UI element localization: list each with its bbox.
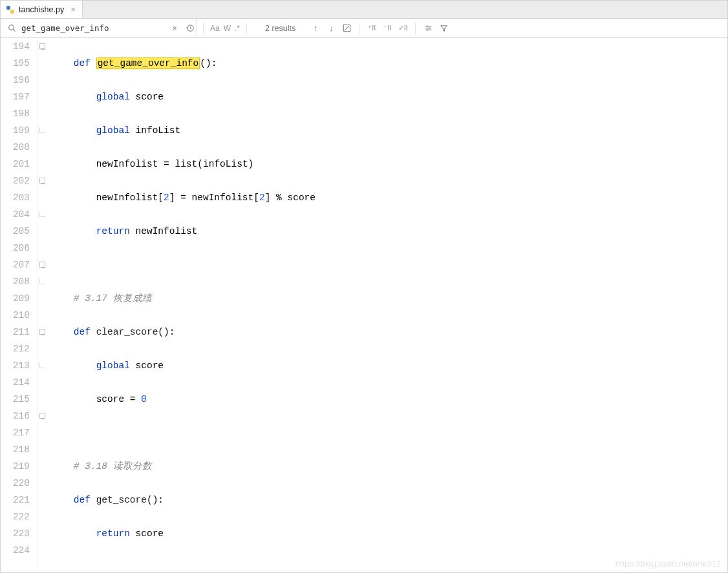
regex-toggle[interactable]: .* xyxy=(235,24,240,33)
select-all-matches-icon[interactable] xyxy=(341,23,352,34)
fold-column xyxy=(38,38,50,572)
search-highlight: get_game_over_info xyxy=(96,57,200,69)
fold-toggle[interactable] xyxy=(39,43,45,49)
fold-toggle[interactable] xyxy=(39,127,45,133)
select-all-icon[interactable]: ✓II xyxy=(397,23,409,34)
editor-tab-bar: tanchishe.py × xyxy=(1,1,727,19)
close-icon[interactable]: × xyxy=(70,5,76,14)
svg-line-3 xyxy=(13,30,15,32)
separator xyxy=(359,23,359,34)
code-content[interactable]: def get_game_over_info(): global score g… xyxy=(50,38,727,572)
svg-point-10 xyxy=(429,27,430,28)
fold-toggle[interactable] xyxy=(39,278,45,284)
settings-icon[interactable] xyxy=(422,23,434,34)
svg-rect-0 xyxy=(6,6,10,10)
next-match-icon[interactable]: ↓ xyxy=(325,23,337,34)
fold-toggle[interactable] xyxy=(39,329,45,335)
separator xyxy=(415,23,416,34)
fold-toggle[interactable] xyxy=(39,413,45,419)
separator xyxy=(246,23,247,34)
python-file-icon xyxy=(6,5,15,14)
fold-toggle[interactable] xyxy=(39,211,45,217)
filter-icon[interactable] xyxy=(438,23,449,34)
svg-point-9 xyxy=(426,26,427,27)
results-count: 2 results xyxy=(265,24,295,33)
line-number-gutter: 1941951961971981992002012022032042052062… xyxy=(1,38,38,572)
fold-toggle[interactable] xyxy=(39,178,45,183)
words-toggle[interactable]: W xyxy=(224,24,231,33)
match-case-toggle[interactable]: Aa xyxy=(210,24,220,33)
search-input[interactable] xyxy=(21,23,165,33)
fold-toggle[interactable] xyxy=(39,362,45,368)
svg-point-11 xyxy=(427,29,428,30)
search-history-icon[interactable] xyxy=(184,23,196,34)
separator xyxy=(203,23,204,34)
tab-filename: tanchishe.py xyxy=(19,5,64,14)
fold-toggle[interactable] xyxy=(39,262,45,267)
clear-search-icon[interactable]: × xyxy=(169,23,180,34)
svg-rect-1 xyxy=(10,10,14,14)
find-bar: × Aa W .* 2 results ↑ ↓ ⁺II ⁻II ✓II xyxy=(1,19,727,38)
code-editor[interactable]: 1941951961971981992002012022032042052062… xyxy=(1,38,727,572)
add-selection-icon[interactable]: ⁺II xyxy=(366,23,378,34)
prev-match-icon[interactable]: ↑ xyxy=(310,23,321,34)
remove-selection-icon[interactable]: ⁻II xyxy=(381,23,393,34)
search-icon[interactable] xyxy=(6,23,17,34)
editor-tab-active[interactable]: tanchishe.py × xyxy=(1,1,83,18)
svg-point-2 xyxy=(8,25,14,30)
